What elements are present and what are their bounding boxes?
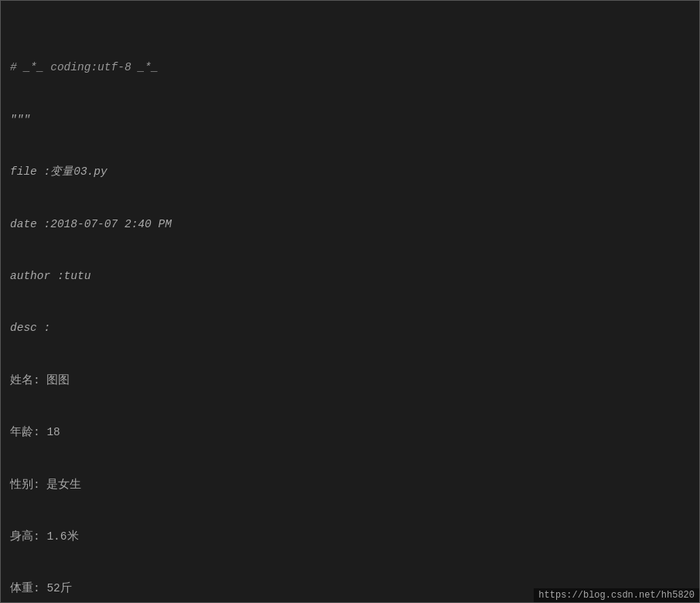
line-1: # _*_ coding:utf-8 _*_ xyxy=(10,59,690,76)
editor-container: # _*_ coding:utf-8 _*_ """ file :变量03.py… xyxy=(0,0,700,603)
code-area: # _*_ coding:utf-8 _*_ """ file :变量03.py… xyxy=(1,1,699,603)
bottom-url-bar: https://blog.csdn.net/hh5820 xyxy=(534,588,699,602)
line-2: """ xyxy=(10,111,690,128)
line-8: 年龄: 18 xyxy=(10,424,690,441)
line-6: desc : xyxy=(10,319,690,336)
line-10: 身高: 1.6米 xyxy=(10,528,690,545)
line-3: file :变量03.py xyxy=(10,163,690,180)
line-4: date :2018-07-07 2:40 PM xyxy=(10,216,690,233)
line-9: 性别: 是女生 xyxy=(10,476,690,493)
line-5: author :tutu xyxy=(10,267,690,284)
line-7: 姓名: 图图 xyxy=(10,372,690,389)
bottom-url-text: https://blog.csdn.net/hh5820 xyxy=(538,590,695,601)
